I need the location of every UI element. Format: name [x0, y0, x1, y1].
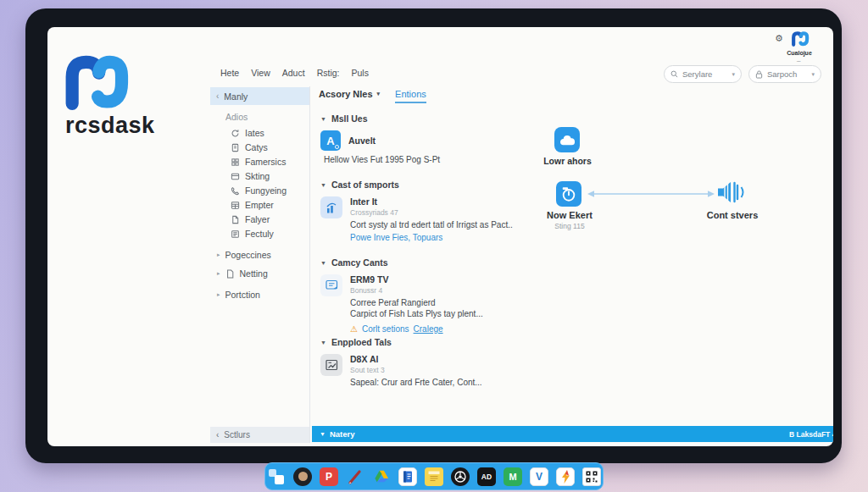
item-meta: Crossyriads 47 — [350, 208, 513, 217]
triangle-down-icon: ▼ — [320, 182, 326, 188]
menu-item-view[interactable]: View — [251, 68, 270, 78]
sidebar-footer-sctlurs[interactable]: ‹ Sctlurs — [210, 427, 309, 443]
sidebar-item-famersics[interactable]: Famersics — [231, 157, 309, 167]
page-icon — [231, 215, 240, 224]
document-glyph — [325, 279, 339, 292]
speaker-icon[interactable] — [715, 180, 746, 205]
tab-acsory-nles[interactable]: Acsory Nles ▾ — [319, 89, 380, 99]
warning-row: ⚠ Corlt setions Cralege — [350, 324, 483, 334]
status-left-label: Natery — [330, 429, 355, 439]
sidebar-item-falyer[interactable]: Falyer — [231, 214, 309, 224]
notes-icon[interactable] — [425, 467, 443, 486]
chevron-down-icon: ▾ — [732, 71, 735, 78]
qr-code-icon[interactable] — [582, 467, 601, 486]
collapse-dash-icon[interactable]: – — [797, 57, 800, 64]
avatar-face — [298, 472, 308, 481]
sidebar-group-pogeccines[interactable]: ▸ Pogeccines — [217, 250, 309, 260]
section-header[interactable]: ▼ Msll Ues — [320, 113, 600, 124]
search-scope-select[interactable]: Serylare ▾ — [664, 65, 742, 83]
chevron-left-icon: ‹ — [216, 91, 219, 101]
qr-glyph — [585, 470, 598, 484]
window-tiles-icon[interactable] — [267, 467, 286, 486]
sidebar-group-portction[interactable]: ▸ Portction — [217, 290, 309, 300]
app-letter: M — [509, 472, 516, 482]
list-item-erm9-tv[interactable]: ERM9 TV Bonussr 4 Corree Peraf Rangierd … — [320, 274, 600, 334]
pen-glyph — [347, 468, 364, 485]
v-app-icon[interactable]: V — [530, 467, 548, 486]
triangle-down-icon: ▼ — [320, 431, 326, 437]
drive-icon[interactable] — [372, 467, 391, 486]
bar-chart-glyph — [324, 200, 339, 215]
desktop-background: rcsdask Hete View Aduct Rstig: Puls Sery… — [0, 0, 868, 492]
menu-item-aduct[interactable]: Aduct — [282, 68, 305, 78]
status-bar[interactable]: ▼ Natery B LaksdaFT 4 Tll › — [312, 426, 833, 442]
sidebar-item-catys[interactable]: Catys — [231, 142, 309, 152]
section-title: Enpploed Tals — [331, 337, 392, 347]
app-logo — [59, 42, 131, 113]
sidebar-item-iates[interactable]: Iates — [231, 128, 309, 138]
sidebar-item-skting[interactable]: Skting — [231, 171, 309, 181]
app-letter: AD — [481, 473, 492, 481]
app-letter: P — [326, 471, 332, 483]
menu-item-puls[interactable]: Puls — [351, 68, 368, 78]
wheel-icon[interactable] — [451, 467, 470, 486]
flow-node-lowr-ahors[interactable] — [554, 127, 580, 152]
m-app-icon[interactable]: M — [504, 467, 522, 486]
menu-item-rstig[interactable]: Rstig: — [317, 68, 340, 78]
taskbar: P — [264, 462, 604, 490]
sidebar-item-label: Skting — [245, 171, 270, 181]
sidebar-item-label: Catys — [245, 142, 268, 152]
warning-link[interactable]: Cralege — [414, 324, 443, 334]
book-glyph — [402, 470, 414, 484]
sidebar-item-fectuly[interactable]: Fectuly — [231, 229, 309, 239]
card-icon — [231, 172, 240, 181]
document-app-icon[interactable] — [398, 467, 417, 486]
item-description: Sapeal: Crur ard Frte Cater, Cont... — [350, 378, 482, 387]
file-icon — [225, 269, 235, 279]
gear-icon[interactable]: ⚙ — [775, 33, 783, 44]
monitor-bezel: rcsdask Hete View Aduct Rstig: Puls Sery… — [25, 8, 842, 463]
sidebar-divider — [309, 86, 310, 443]
warning-text: Corlt setions — [362, 324, 409, 334]
item-description: Corree Peraf Rangierd — [350, 298, 483, 307]
bidirectional-arrow — [587, 189, 715, 199]
ad-app-icon[interactable]: AD — [477, 467, 496, 486]
bolt-icon[interactable] — [556, 467, 575, 486]
sidebar-group-label: Netting — [240, 268, 268, 279]
chart-app-icon — [320, 196, 342, 218]
chevron-left-icon: ‹ — [216, 430, 219, 439]
list-item-d8x-al[interactable]: D8X Al Sout text 3 Sapeal: Crur ard Frte… — [320, 354, 600, 387]
image-chart-glyph — [325, 358, 339, 372]
section-title: Msll Ues — [331, 113, 368, 124]
sidebar-item-label: Iates — [245, 128, 264, 138]
app-name: rcsdask — [65, 113, 155, 139]
sidebar-item-label: Empter — [245, 200, 274, 210]
lock-icon — [755, 70, 763, 79]
section-camcy-cants: ▼ Camcy Cants ERM9 TV Bonussr 4 — [320, 257, 600, 334]
menu-item-hete[interactable]: Hete — [220, 68, 239, 78]
sidebar-item-label: Falyer — [245, 214, 270, 224]
table-icon — [231, 201, 240, 210]
flow-node-now-ekert[interactable] — [556, 181, 581, 207]
triangle-right-icon: ▸ — [217, 270, 220, 277]
account-logo-icon[interactable] — [790, 28, 810, 47]
triangle-down-icon: ▼ — [320, 340, 326, 346]
avatar-icon[interactable] — [293, 467, 312, 486]
sidebar-group-netting[interactable]: ▸ Netting — [217, 268, 309, 279]
sidebar-group-label: Portction — [225, 290, 260, 300]
section-header[interactable]: ▼ Enpploed Tals — [320, 337, 600, 347]
sidebar-item-empter[interactable]: Empter — [231, 200, 309, 210]
menubar: Hete View Aduct Rstig: Puls — [220, 68, 369, 78]
tab-entions[interactable]: Entions — [395, 89, 426, 103]
sidebar-header-manly[interactable]: ‹ Manly — [210, 87, 309, 105]
cloud-icon — [559, 134, 576, 146]
p-app-icon[interactable]: P — [320, 467, 338, 486]
sidebar-item-fungyeing[interactable]: Fungyeing — [231, 185, 309, 196]
section-enpploed-tals: ▼ Enpploed Tals D8X Al Sout text 3 — [320, 337, 600, 387]
search-user-select[interactable]: Sarpoch ▾ — [748, 65, 821, 83]
app-window: rcsdask Hete View Aduct Rstig: Puls Sery… — [47, 27, 833, 446]
section-header[interactable]: ▼ Camcy Cants — [320, 257, 600, 268]
item-meta: Sout text 3 — [350, 366, 482, 374]
item-link[interactable]: Powe Inve Fies, Topuars — [350, 233, 513, 242]
pen-icon[interactable] — [346, 467, 364, 486]
